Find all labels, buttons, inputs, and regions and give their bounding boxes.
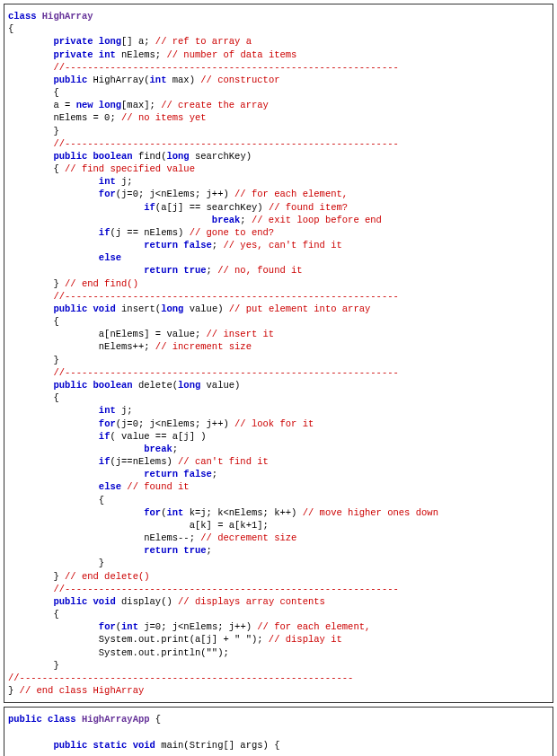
code-box-2: public class HighArrayApp { public stati…	[4, 707, 553, 756]
code-listing-higharray: class HighArray { private long[] a; // r…	[8, 10, 549, 697]
code-listing-higharrayapp: public class HighArrayApp { public stati…	[8, 713, 549, 756]
code-box-1: class HighArray { private long[] a; // r…	[4, 4, 553, 703]
